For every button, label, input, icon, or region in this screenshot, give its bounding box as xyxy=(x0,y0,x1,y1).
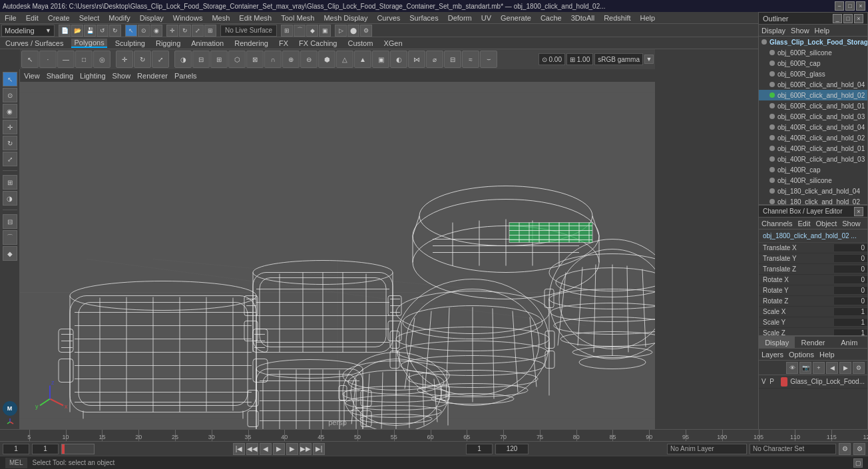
playback-start-input[interactable] xyxy=(466,444,493,454)
smooth2-btn[interactable]: ◐ xyxy=(390,51,407,68)
smooth-btn[interactable]: ◑ xyxy=(174,51,192,68)
layer-color-swatch[interactable] xyxy=(781,377,788,387)
menu-item-tool mesh[interactable]: Tool Mesh xyxy=(279,14,316,22)
open-btn[interactable]: 📂 xyxy=(71,25,83,37)
menu-item-cache[interactable]: Cache xyxy=(539,14,564,22)
outliner-item[interactable]: obj_400R_silicone xyxy=(759,175,867,186)
char-settings-btn[interactable]: ⚙ xyxy=(839,443,851,455)
timeline-ruler[interactable]: 5101520253035404550556065707580859095100… xyxy=(0,430,868,441)
outliner-display-menu[interactable]: Display xyxy=(761,27,785,35)
show-manip-btn[interactable]: ⊞ xyxy=(3,175,17,190)
mirror-btn[interactable]: ⊟ xyxy=(192,51,210,68)
outliner-max-btn[interactable]: □ xyxy=(843,14,853,23)
menu-item-3dtoall[interactable]: 3DtoAll xyxy=(569,14,596,22)
redo-btn[interactable]: ↻ xyxy=(109,25,121,37)
menu-item-windows[interactable]: Windows xyxy=(171,14,205,22)
snap-curve-btn-left[interactable]: ⌒ xyxy=(3,230,17,245)
rotate-btn[interactable]: ↻ xyxy=(179,25,191,37)
help-menu-layer[interactable]: Help xyxy=(819,351,835,359)
move-tool-btn[interactable]: ✛ xyxy=(116,51,133,68)
go-start-btn[interactable]: |◀ xyxy=(233,443,245,455)
show-menu[interactable]: Show xyxy=(112,72,131,80)
scrubber-handle[interactable] xyxy=(62,444,65,454)
prev-keyframe-btn[interactable]: ◀◀ xyxy=(246,443,258,455)
obj-mode-btn[interactable]: ◎ xyxy=(93,51,110,68)
show-menu[interactable]: Show xyxy=(842,220,861,228)
outliner-item[interactable]: obj_600R_click_and_hold_02 xyxy=(759,90,867,100)
go-end-btn[interactable]: ▶| xyxy=(313,443,325,455)
outliner-close-btn[interactable]: × xyxy=(854,14,863,23)
outliner-item[interactable]: obj_600R_click_and_hold_01 xyxy=(759,100,867,111)
menu-item-modify[interactable]: Modify xyxy=(107,14,132,22)
menu-item-surfaces[interactable]: Surfaces xyxy=(407,14,440,22)
channel-row[interactable]: Translate Y0 xyxy=(759,253,867,264)
ipr-btn[interactable]: ⬤ xyxy=(347,25,359,37)
lasso-btn[interactable]: ⊙ xyxy=(138,25,150,37)
boolean-btn[interactable]: ∩ xyxy=(264,51,282,68)
scale-tool-btn[interactable]: ⤢ xyxy=(152,51,169,68)
menu-item-help[interactable]: Help xyxy=(638,14,658,22)
render-settings-btn[interactable]: ⚙ xyxy=(360,25,372,37)
menu-item-mesh display[interactable]: Mesh Display xyxy=(322,14,369,22)
layer-settings-btn[interactable]: ⚙ xyxy=(853,362,865,374)
shading-menu[interactable]: Shading xyxy=(47,72,73,80)
panels-menu[interactable]: Panels xyxy=(174,72,197,80)
prev-frame-btn[interactable]: ◀ xyxy=(260,443,272,455)
no-live-surface[interactable]: No Live Surface xyxy=(220,25,277,37)
new-file-btn[interactable]: 📄 xyxy=(59,25,71,37)
timeline-scrubber[interactable] xyxy=(61,444,95,454)
manip-btn[interactable]: ⊞ xyxy=(204,25,216,37)
timeline[interactable]: 5101520253035404550556065707580859095100… xyxy=(0,429,868,441)
outliner-item[interactable]: obj_600R_glass xyxy=(759,69,867,79)
outliner-item[interactable]: obj_400R_click_and_hold_03 xyxy=(759,154,867,164)
renderer-menu[interactable]: Renderer xyxy=(137,72,168,80)
layer-item[interactable]: V P Glass_Clip_Lock_Food... xyxy=(759,375,867,389)
next-keyframe-btn[interactable]: ▶▶ xyxy=(300,443,312,455)
channel-row[interactable]: Rotate Y0 xyxy=(759,285,867,296)
channel-row[interactable]: Translate X0 xyxy=(759,243,867,253)
menu-item-edit mesh[interactable]: Edit Mesh xyxy=(237,14,274,22)
range-start-input[interactable] xyxy=(3,444,29,454)
playback-end-input[interactable] xyxy=(495,444,529,454)
char-set-selector[interactable]: No Character Set xyxy=(750,444,836,454)
layer-tab-display[interactable]: Display xyxy=(759,337,795,348)
extrude-btn[interactable]: ⊞ xyxy=(210,51,228,68)
outliner-item[interactable]: obj_400R_cap xyxy=(759,164,867,175)
channel-row[interactable]: Scale Y1 xyxy=(759,317,867,328)
edit-menu[interactable]: Edit xyxy=(797,220,810,228)
menu-item-file[interactable]: File xyxy=(3,14,19,22)
bridge-btn[interactable]: ⊠ xyxy=(246,51,264,68)
shelf-tab-curves-/-surfaces[interactable]: Curves / Surfaces xyxy=(3,39,66,47)
shelf-tab-sculpting[interactable]: Sculpting xyxy=(112,39,148,47)
anim-settings-btn[interactable]: ⚙ xyxy=(853,443,865,455)
select-btn[interactable]: ↖ xyxy=(125,25,137,37)
outliner-item[interactable]: obj_600R_cap xyxy=(759,58,867,69)
snap-grid-btn[interactable]: ⊞ xyxy=(281,25,293,37)
outliner-item[interactable]: obj_180_click_and_hold_02 xyxy=(759,196,867,204)
menu-item-curves[interactable]: Curves xyxy=(375,14,402,22)
channel-row[interactable]: Rotate Z0 xyxy=(759,296,867,307)
shelf-tab-animation[interactable]: Animation xyxy=(188,39,226,47)
layer-tab-anim[interactable]: Anim xyxy=(831,337,867,348)
menu-item-edit[interactable]: Edit xyxy=(24,14,41,22)
rotate-tool-btn-left[interactable]: ↻ xyxy=(3,136,17,150)
play-btn[interactable]: ▶ xyxy=(273,443,285,455)
reduce-btn[interactable]: △ xyxy=(336,51,353,68)
snap-curve-btn[interactable]: ⌒ xyxy=(294,25,306,37)
menu-item-uv[interactable]: UV xyxy=(479,14,493,22)
shelf-tab-fx[interactable]: FX xyxy=(276,39,291,47)
lattice-btn[interactable]: ⊟ xyxy=(444,51,461,68)
channel-box-close-btn[interactable]: × xyxy=(854,207,863,216)
shelf-tab-rendering[interactable]: Rendering xyxy=(232,39,271,47)
scale-tool-btn-left[interactable]: ⤢ xyxy=(3,152,17,166)
soft-select-btn[interactable]: ◑ xyxy=(3,191,17,206)
render-btn[interactable]: ▷ xyxy=(335,25,347,37)
sep-btn[interactable]: ⊖ xyxy=(300,51,318,68)
scale-btn[interactable]: ⤢ xyxy=(192,25,204,37)
layer-tab-render[interactable]: Render xyxy=(795,337,831,348)
snap-point-btn-left[interactable]: ◆ xyxy=(3,246,17,261)
save-btn[interactable]: 💾 xyxy=(84,25,96,37)
deform-btn[interactable]: ⌀ xyxy=(426,51,443,68)
outliner-item[interactable]: obj_600R_click_and_hold_03 xyxy=(759,111,867,122)
mode-selector[interactable]: Modeling ▼ xyxy=(1,25,55,37)
